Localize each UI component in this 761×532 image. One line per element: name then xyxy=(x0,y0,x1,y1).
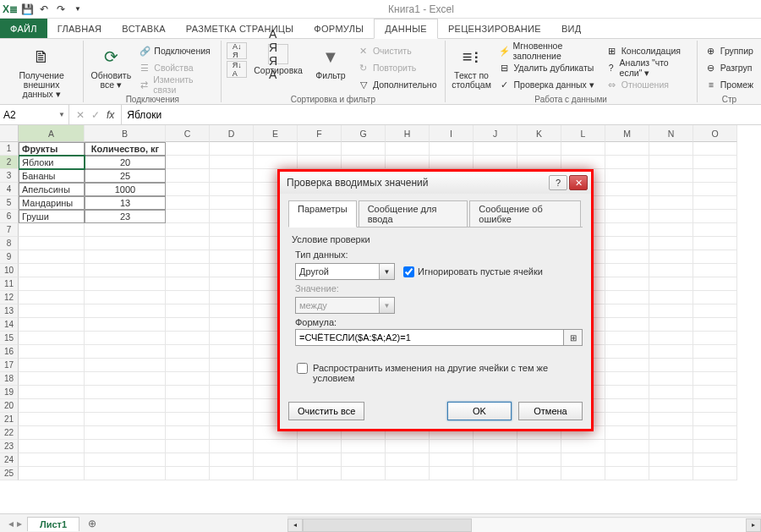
cell[interactable] xyxy=(474,453,517,467)
cell[interactable] xyxy=(298,467,342,480)
cell[interactable] xyxy=(210,372,254,386)
dialog-tab-input-message[interactable]: Сообщение для ввода xyxy=(359,200,468,228)
cell[interactable] xyxy=(166,142,210,156)
cell[interactable] xyxy=(561,156,605,169)
row-header-17[interactable]: 17 xyxy=(0,359,19,372)
horizontal-scrollbar[interactable]: ◂ ▸ xyxy=(287,517,761,532)
edit-links-button[interactable]: ⇄Изменить связи xyxy=(136,76,216,93)
cell[interactable] xyxy=(517,440,561,453)
cell[interactable] xyxy=(85,413,166,426)
cell[interactable] xyxy=(210,426,254,440)
row-header-18[interactable]: 18 xyxy=(0,372,19,386)
cell[interactable] xyxy=(210,453,254,467)
cell[interactable] xyxy=(19,237,85,250)
row-header-23[interactable]: 23 xyxy=(0,440,19,453)
row-header-21[interactable]: 21 xyxy=(0,413,19,426)
col-header-D[interactable]: D xyxy=(210,125,254,142)
cell[interactable] xyxy=(693,413,737,426)
cell[interactable] xyxy=(166,345,210,359)
cell[interactable] xyxy=(19,332,85,345)
cell[interactable] xyxy=(85,386,166,399)
cell[interactable] xyxy=(210,413,254,426)
cell[interactable] xyxy=(561,453,605,467)
cell[interactable] xyxy=(517,467,561,480)
scroll-thumb[interactable] xyxy=(303,518,472,532)
cell[interactable] xyxy=(85,304,166,318)
cell[interactable] xyxy=(210,345,254,359)
cell[interactable] xyxy=(605,291,649,304)
cell[interactable]: 25 xyxy=(85,169,166,183)
row-header-5[interactable]: 5 xyxy=(0,196,19,210)
row-header-22[interactable]: 22 xyxy=(0,426,19,440)
cell[interactable] xyxy=(605,359,649,372)
cell[interactable] xyxy=(649,156,693,169)
cell[interactable] xyxy=(605,453,649,467)
fx-icon[interactable]: fx xyxy=(107,109,114,121)
row-header-24[interactable]: 24 xyxy=(0,453,19,467)
cell[interactable] xyxy=(649,142,693,156)
name-box-input[interactable] xyxy=(3,109,54,121)
sheet-nav-next-icon[interactable]: ▸ xyxy=(17,518,22,529)
cell[interactable] xyxy=(649,196,693,210)
row-header-9[interactable]: 9 xyxy=(0,250,19,264)
range-picker-button[interactable]: ⊞ xyxy=(564,329,583,346)
cell[interactable] xyxy=(19,386,85,399)
tab-formulas[interactable]: ФОРМУЛЫ xyxy=(304,19,374,38)
cell[interactable] xyxy=(19,440,85,453)
clear-all-button[interactable]: Очистить все xyxy=(288,402,364,420)
cell[interactable] xyxy=(474,440,517,453)
cell[interactable] xyxy=(166,359,210,372)
cell[interactable]: 13 xyxy=(85,196,166,210)
cell[interactable] xyxy=(85,467,166,480)
scroll-left-icon[interactable]: ◂ xyxy=(287,518,303,532)
cell[interactable] xyxy=(85,318,166,332)
ungroup-button[interactable]: ⊖Разгруп xyxy=(703,59,756,76)
cell[interactable] xyxy=(166,318,210,332)
cell[interactable] xyxy=(19,399,85,413)
cell[interactable] xyxy=(85,250,166,264)
cell[interactable] xyxy=(605,210,649,223)
cell[interactable] xyxy=(649,304,693,318)
scroll-track[interactable] xyxy=(303,518,746,532)
cell[interactable] xyxy=(649,250,693,264)
cell[interactable] xyxy=(561,440,605,453)
cell[interactable] xyxy=(605,440,649,453)
cell[interactable] xyxy=(166,237,210,250)
get-external-data-button[interactable]: 🗎 Получениевнешних данных ▾ xyxy=(5,42,78,101)
cell[interactable] xyxy=(210,142,254,156)
cell[interactable] xyxy=(430,156,474,169)
cell[interactable] xyxy=(342,440,386,453)
cell[interactable] xyxy=(342,467,386,480)
row-header-2[interactable]: 2 xyxy=(0,156,19,169)
col-header-N[interactable]: N xyxy=(649,125,693,142)
cell[interactable] xyxy=(649,332,693,345)
dialog-help-button[interactable]: ? xyxy=(549,175,567,190)
cell[interactable] xyxy=(605,250,649,264)
cell[interactable] xyxy=(342,453,386,467)
cell[interactable] xyxy=(605,264,649,277)
cell[interactable] xyxy=(210,250,254,264)
cell[interactable] xyxy=(85,440,166,453)
cell[interactable] xyxy=(298,156,342,169)
enter-formula-icon[interactable]: ✓ xyxy=(91,109,100,121)
what-if-button[interactable]: ?Анализ "что если" ▾ xyxy=(604,59,692,76)
row-header-11[interactable]: 11 xyxy=(0,277,19,291)
cell[interactable] xyxy=(85,453,166,467)
cell[interactable] xyxy=(210,237,254,250)
cell[interactable] xyxy=(386,467,430,480)
cell[interactable] xyxy=(430,142,474,156)
cell[interactable]: 20 xyxy=(85,156,166,169)
cell[interactable] xyxy=(166,223,210,237)
cell[interactable] xyxy=(85,332,166,345)
cell[interactable] xyxy=(649,440,693,453)
cell[interactable] xyxy=(693,372,737,386)
cell[interactable] xyxy=(85,223,166,237)
cell[interactable] xyxy=(19,467,85,480)
flash-fill-button[interactable]: ⚡Мгновенное заполнение xyxy=(496,42,600,59)
cell[interactable] xyxy=(649,264,693,277)
row-header-1[interactable]: 1 xyxy=(0,142,19,156)
name-box[interactable]: ▼ xyxy=(0,105,69,124)
text-to-columns-button[interactable]: ≡⫶ Текст постолбцам xyxy=(451,42,493,91)
cell[interactable] xyxy=(298,453,342,467)
col-header-F[interactable]: F xyxy=(298,125,342,142)
